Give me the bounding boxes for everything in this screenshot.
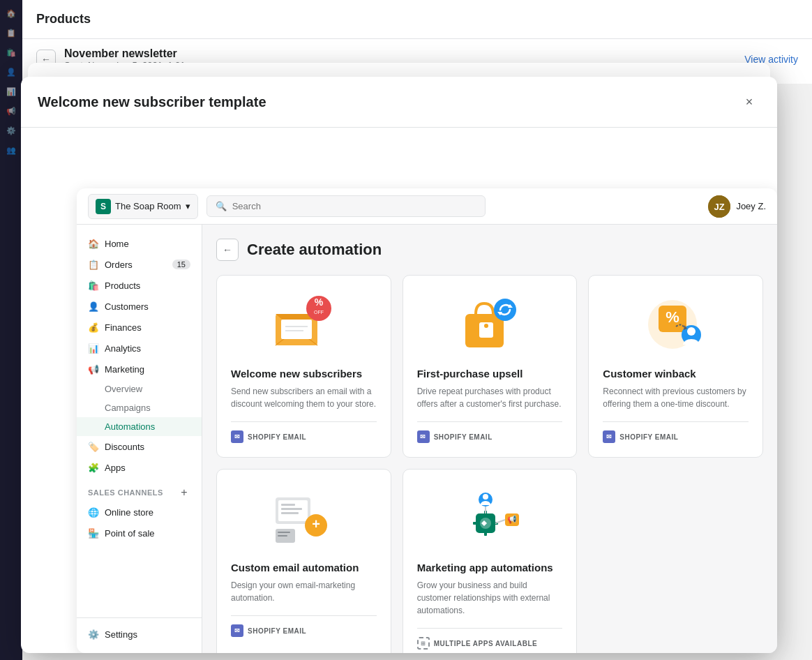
- analytics-icon: 📊: [88, 343, 99, 354]
- sidebar-sub-automations[interactable]: Automations: [77, 417, 202, 436]
- winback-footer-label: SHOPIFY EMAIL: [619, 433, 678, 441]
- outer-page-title: Products: [36, 12, 91, 27]
- automation-card-welcome[interactable]: % OFF Welcome new subscribers Send new s…: [216, 275, 391, 458]
- svg-rect-37: [484, 532, 487, 536]
- sidebar-sub-campaigns[interactable]: Campaigns: [77, 398, 202, 417]
- winback-card-title: Customer winback: [603, 368, 749, 380]
- outer-marketing-icon[interactable]: 📢: [3, 103, 19, 119]
- automation-card-custom[interactable]: + Custom email automation Design your ow…: [216, 469, 391, 653]
- modal-welcome-title: Welcome new subscriber template: [38, 94, 266, 110]
- sidebar-item-point-of-sale[interactable]: 🏪 Point of sale: [77, 523, 202, 543]
- inner-main-content: ← Create automation: [202, 225, 777, 653]
- sidebar-item-discounts[interactable]: 🏷️ Discounts: [77, 436, 202, 457]
- shopify-email-icon-2: ✉: [417, 430, 430, 443]
- sidebar-item-analytics[interactable]: 📊 Analytics: [77, 338, 202, 359]
- svg-point-15: [494, 299, 516, 321]
- shopify-email-icon-3: ✉: [603, 430, 615, 443]
- outer-topbar: Products: [22, 0, 812, 39]
- sidebar-home-label: Home: [105, 239, 129, 249]
- sidebar-pos-label: Point of sale: [105, 528, 155, 539]
- sidebar-item-online-store[interactable]: 🌐 Online store: [77, 502, 202, 523]
- inner-shopify-admin: S The Soap Room ▾ 🔍 JZ Joey Z.: [77, 188, 777, 653]
- outer-sidebar: 🏠 📋 🛍️ 👤 📊 📢 ⚙️ 👥: [0, 0, 22, 660]
- winback-illustration: %: [603, 290, 749, 359]
- sidebar-item-home[interactable]: 🏠 Home: [77, 233, 202, 254]
- sidebar-customers-label: Customers: [105, 301, 149, 312]
- upsell-footer-label: SHOPIFY EMAIL: [434, 433, 493, 441]
- create-automation-header: ← Create automation: [216, 239, 763, 261]
- point-of-sale-icon: 🏪: [88, 527, 99, 539]
- sidebar-products-label: Products: [105, 280, 140, 291]
- modal-close-button[interactable]: ×: [738, 91, 760, 113]
- welcome-footer-label: SHOPIFY EMAIL: [248, 433, 306, 441]
- automation-card-winback[interactable]: % Customer winback Reconnect: [588, 275, 763, 458]
- svg-text:JZ: JZ: [714, 202, 725, 212]
- inner-sidebar: 🏠 Home 📋 Orders 15 🛍️ Products 👤 Custome…: [77, 225, 202, 653]
- sidebar-item-orders[interactable]: 📋 Orders 15: [77, 254, 202, 275]
- svg-point-41: [483, 494, 488, 500]
- winback-card-desc: Reconnect with previous customers by off…: [603, 385, 749, 410]
- custom-card-footer: ✉ SHOPIFY EMAIL: [231, 615, 377, 637]
- outer-orders-icon[interactable]: 📋: [3, 25, 19, 40]
- sidebar-item-customers[interactable]: 👤 Customers: [77, 296, 202, 317]
- outer-home-icon[interactable]: 🏠: [3, 6, 19, 21]
- svg-point-22: [687, 327, 696, 336]
- welcome-card-footer: ✉ SHOPIFY EMAIL: [231, 421, 377, 443]
- products-icon: 🛍️: [88, 280, 99, 291]
- sidebar-sub-overview[interactable]: Overview: [77, 380, 202, 398]
- sidebar-marketing-label: Marketing: [105, 364, 144, 375]
- discounts-icon: 🏷️: [88, 441, 99, 452]
- sidebar-discounts-label: Discounts: [105, 442, 144, 452]
- custom-footer-label: SHOPIFY EMAIL: [248, 627, 306, 635]
- svg-rect-6: [281, 320, 312, 339]
- finances-icon: 💰: [88, 322, 99, 333]
- customers-icon: 👤: [88, 301, 99, 312]
- svg-line-45: [495, 520, 505, 523]
- automation-card-upsell[interactable]: First-purchase upsell Drive repeat purch…: [403, 275, 578, 458]
- svg-text:OFF: OFF: [314, 310, 324, 315]
- avatar: JZ: [708, 195, 730, 218]
- online-store-icon: 🌐: [88, 507, 99, 518]
- search-icon: 🔍: [216, 201, 227, 211]
- create-automation-back-button[interactable]: ←: [216, 239, 239, 261]
- sidebar-item-apps[interactable]: 🧩 Apps: [77, 457, 202, 478]
- user-name: Joey Z.: [736, 201, 766, 211]
- add-sales-channel-button[interactable]: +: [178, 486, 190, 499]
- sidebar-item-settings[interactable]: ⚙️ Settings: [77, 624, 202, 645]
- upsell-card-title: First-purchase upsell: [417, 368, 563, 380]
- sidebar-item-products[interactable]: 🛍️ Products: [77, 275, 202, 296]
- winback-card-footer: ✉ SHOPIFY EMAIL: [603, 421, 749, 443]
- settings-icon: ⚙️: [88, 629, 99, 640]
- automation-card-marketing-apps[interactable]: 📢 Marketing app automations Grow your bu…: [403, 469, 578, 653]
- svg-text:%: %: [315, 297, 324, 308]
- store-selector[interactable]: S The Soap Room ▾: [88, 194, 198, 219]
- apps-icon: 🧩: [88, 462, 99, 473]
- welcome-card-desc: Send new subscribers an email with a dis…: [231, 385, 377, 410]
- search-bar[interactable]: 🔍: [206, 195, 486, 217]
- home-icon: 🏠: [88, 238, 99, 249]
- outer-analytics-icon[interactable]: 📊: [3, 84, 19, 99]
- outer-settings-icon[interactable]: ⚙️: [3, 123, 19, 138]
- outer-users-icon[interactable]: 👥: [3, 142, 19, 158]
- marketing-apps-card-footer: ⊞ MULTIPLE APPS AVAILABLE: [417, 628, 563, 650]
- custom-illustration: +: [231, 483, 377, 553]
- search-input[interactable]: [232, 201, 476, 211]
- multiple-apps-icon: ⊞: [417, 637, 430, 650]
- sidebar-item-marketing[interactable]: 📢 Marketing: [77, 359, 202, 380]
- sidebar-settings-label: Settings: [105, 629, 137, 640]
- inner-topbar: S The Soap Room ▾ 🔍 JZ Joey Z.: [77, 188, 777, 225]
- svg-rect-32: [278, 532, 290, 533]
- user-avatar-area[interactable]: JZ Joey Z.: [708, 195, 766, 218]
- svg-rect-38: [473, 522, 477, 525]
- outer-products-icon[interactable]: 🛍️: [3, 45, 19, 60]
- upsell-card-desc: Drive repeat purchases with product offe…: [417, 385, 563, 410]
- sidebar-item-finances[interactable]: 💰 Finances: [77, 317, 202, 338]
- sales-channels-label: Sales channels +: [77, 478, 202, 502]
- svg-rect-27: [281, 508, 302, 510]
- svg-text:+: +: [312, 516, 320, 532]
- outer-customers-icon[interactable]: 👤: [3, 64, 19, 80]
- sidebar-apps-label: Apps: [105, 463, 126, 473]
- upsell-card-footer: ✉ SHOPIFY EMAIL: [417, 421, 563, 443]
- sales-channels-text: Sales channels: [88, 488, 163, 497]
- modal-welcome-header: Welcome new subscriber template ×: [21, 77, 777, 128]
